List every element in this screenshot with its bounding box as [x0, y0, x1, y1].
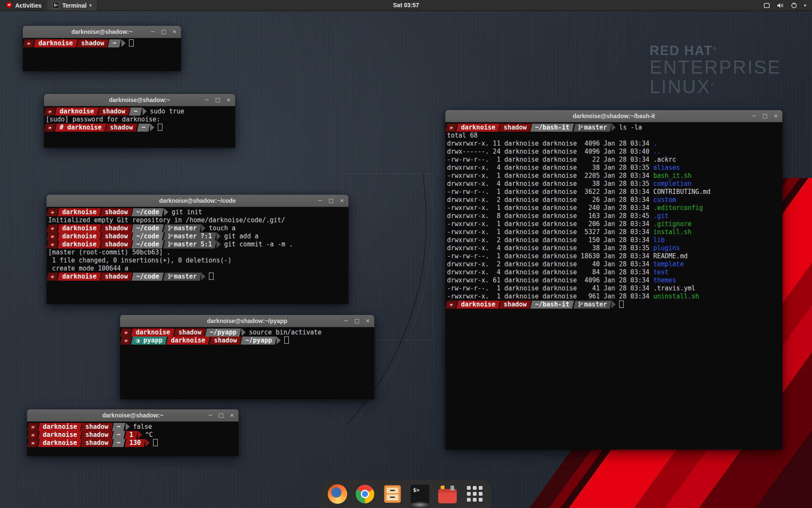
close-button[interactable]: ×: [226, 94, 231, 106]
file-list-row: drwxrwxr-x. 61 darknoise darknoise 4096 …: [447, 276, 781, 284]
file-permissions: -rwxrwxr-x. 1 darknoise darknoise 5327 J…: [447, 228, 653, 236]
path-segment-label: ~: [112, 39, 116, 47]
path-segment-label: ~/code: [136, 224, 159, 232]
maximize-button[interactable]: □: [763, 110, 768, 122]
host-segment-label: shadow: [504, 124, 527, 132]
git-branch-segment: master ?:1: [163, 232, 217, 240]
terminal-content[interactable]: darknoiseshadow~: [23, 38, 181, 71]
distro-icon: [47, 273, 58, 281]
window-title: darknoise@shadow:~/pyapp: [120, 318, 374, 324]
terminal-prompt-line: darknoiseshadow~/codemaster ?:1git add a: [48, 232, 347, 240]
distro-icon: [120, 329, 132, 337]
terminal-prompt-line: darknoiseshadow~/codemaster: [48, 273, 347, 281]
file-permissions: -rw-rw-r--. 1 darknoise darknoise 41 Jan…: [447, 284, 653, 292]
git-branch-segment-label: master ?:1: [168, 232, 212, 240]
user-segment-label: darknoise: [136, 329, 170, 337]
git-branch-segment: master: [163, 224, 201, 232]
close-button[interactable]: ×: [230, 409, 234, 421]
dock-item-firefox[interactable]: [327, 484, 348, 504]
path-segment-label: ~/bash-it: [535, 124, 569, 132]
window-titlebar[interactable]: darknoise@shadow:~/code−□×: [47, 195, 348, 207]
dock-item-files[interactable]: [382, 484, 403, 504]
user-segment: darknoise: [58, 273, 101, 281]
command-text: ^C: [145, 431, 153, 439]
minimize-button[interactable]: −: [344, 315, 348, 327]
system-status-area[interactable]: ▾: [763, 2, 812, 8]
path-segment-label: ~: [117, 439, 121, 447]
minimize-button[interactable]: −: [208, 409, 213, 421]
host-segment-label: shadow: [85, 423, 108, 431]
minimize-button[interactable]: −: [752, 110, 757, 122]
host-segment: shadow: [81, 431, 113, 439]
minimize-button[interactable]: −: [151, 26, 155, 38]
prompt-arrow-icon: [143, 108, 147, 115]
distro-icon-label: [30, 439, 36, 447]
close-button[interactable]: ×: [774, 110, 778, 122]
file-list-row: -rwxrwxr-x. 1 darknoise darknoise 240 Ja…: [447, 204, 781, 212]
app-menu-terminal[interactable]: $> Terminal ▾: [47, 0, 96, 11]
file-permissions: -rwxrwxr-x. 1 darknoise darknoise 240 Ja…: [447, 204, 653, 212]
maximize-button[interactable]: □: [354, 315, 359, 327]
terminal-icon: $>: [52, 2, 59, 8]
file-list-row: -rw-rw-r--. 1 darknoise darknoise 18630 …: [447, 252, 781, 260]
minimize-button[interactable]: −: [318, 195, 323, 207]
file-name: .editorconfig: [653, 204, 703, 212]
maximize-button[interactable]: □: [219, 409, 224, 421]
maximize-button[interactable]: □: [329, 195, 334, 207]
close-button[interactable]: ×: [365, 315, 370, 327]
host-segment: shadow: [105, 124, 137, 132]
dock-item-toolbox[interactable]: [437, 484, 458, 504]
terminal-content[interactable]: darknoiseshadow~sudo true[sudo] password…: [44, 106, 235, 148]
distro-icon-label: [47, 108, 52, 116]
distro-icon: [120, 337, 132, 345]
path-segment: ~/bash-it: [530, 301, 574, 309]
terminal-content[interactable]: darknoiseshadow~/pyappsource bin/activat…: [120, 327, 374, 399]
window-titlebar[interactable]: darknoise@shadow:~−□×: [23, 26, 181, 38]
terminal-cursor: [209, 273, 214, 280]
prompt-arrow-icon: [150, 124, 154, 131]
distro-icon: [27, 439, 39, 447]
file-permissions: drwxrwxr-x. 4 darknoise darknoise 38 Jan…: [447, 244, 653, 252]
file-permissions: drwxrwxr-x. 2 darknoise darknoise 40 Jan…: [447, 260, 653, 268]
file-list-row: -rw-rw-r--. 1 darknoise darknoise 22 Jan…: [447, 156, 781, 164]
dock-item-terminal[interactable]: $>: [410, 484, 430, 504]
prompt-arrow-icon: [138, 431, 142, 439]
terminal-content[interactable]: darknoiseshadow~/codegit initInitialized…: [47, 207, 348, 304]
window-titlebar[interactable]: darknoise@shadow:~/bash-it−□×: [445, 110, 782, 122]
terminal-content[interactable]: darknoiseshadow~falsedarknoiseshadow~1^C…: [27, 422, 239, 456]
activities-button[interactable]: Activities: [0, 0, 47, 11]
maximize-button[interactable]: □: [161, 26, 166, 38]
window-titlebar[interactable]: darknoise@shadow:~−□×: [44, 94, 235, 106]
dock-item-chrome[interactable]: [355, 484, 375, 504]
host-segment-label: shadow: [102, 108, 125, 116]
window-titlebar[interactable]: darknoise@shadow:~−□×: [27, 409, 239, 422]
clock[interactable]: Sat 03:57: [393, 0, 419, 11]
window-titlebar[interactable]: darknoise@shadow:~/pyapp−□×: [120, 315, 374, 327]
minimize-button[interactable]: −: [205, 94, 209, 106]
git-branch-segment-label: master: [578, 301, 607, 309]
dock-item-app-grid[interactable]: [465, 484, 485, 504]
path-segment-label: ~: [134, 108, 137, 116]
file-name: completion: [653, 180, 691, 188]
close-button[interactable]: ×: [172, 26, 177, 38]
file-name: README.md: [653, 252, 688, 260]
host-segment: shadow: [174, 329, 206, 337]
terminal-prompt-line: darknoiseshadow~/codemastertouch a: [48, 224, 347, 232]
file-permissions: -rwxrwxr-x. 1 darknoise darknoise 961 Ja…: [447, 293, 653, 300]
file-name: .travis.yml: [653, 284, 695, 292]
terminal-content[interactable]: darknoiseshadow~/bash-itmasterls -latota…: [445, 122, 782, 450]
file-list-row: drwxrwxr-x. 2 darknoise darknoise 40 Jan…: [447, 260, 781, 268]
command-text: ls -la: [619, 124, 642, 131]
user-segment-label: darknoise: [171, 337, 205, 345]
distro-icon-label: [30, 431, 36, 439]
path-segment-label: ~/code: [136, 240, 159, 248]
host-segment-label: shadow: [105, 240, 128, 248]
distro-icon: [44, 124, 56, 132]
close-button[interactable]: ×: [340, 195, 344, 207]
file-permissions: -rwxrwxr-x. 1 darknoise darknoise 206 Ja…: [447, 220, 653, 228]
maximize-button[interactable]: □: [215, 94, 220, 106]
branding-redhat: RED HAT®: [650, 44, 781, 58]
host-segment: shadow: [100, 224, 132, 232]
file-name: ..: [653, 148, 661, 155]
user-segment: # darknoise: [55, 124, 106, 132]
